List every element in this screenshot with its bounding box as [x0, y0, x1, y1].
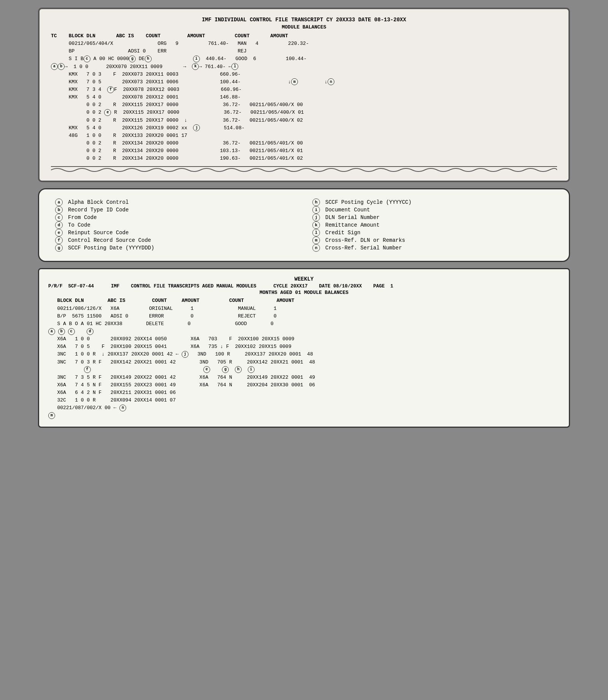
- legend-label-e: Reinput Source Code: [68, 230, 129, 236]
- circle-m: m: [291, 78, 298, 85]
- bottom-title: P/R/F SCF-07-44 IMF CONTROL FILE TRANSCR…: [48, 284, 560, 289]
- weekly-label: WEEKLY: [48, 276, 560, 282]
- b-line-2: B/P 5675 11500 ADSI 0 ERROR 0 REJECT 0: [48, 313, 560, 320]
- legend-circle-e: e: [55, 229, 63, 237]
- line-3: S I Bc A 00 HC 0000g DEh i 440.64- GOOD …: [51, 55, 557, 63]
- legend-right: h SCCF Posting Cycle (YYYYCC) i Document…: [312, 198, 554, 252]
- legend-label-c: From Code: [68, 214, 97, 221]
- line-13: 48G 1 0 0 R 20XX133 20XX20 0001 17: [51, 132, 557, 140]
- b-line-10: X6A 7 4 5 N F 20XX155 20XX23 0001 49 X6A…: [48, 381, 560, 389]
- legend-label-d: To Code: [68, 222, 90, 228]
- b-line-11: X6A 6 4 2 N F 20XX211 20XX31 0001 06: [48, 389, 560, 397]
- circle-a: a: [51, 63, 58, 70]
- legend-label-m: Cross-Ref. DLN or Remarks: [325, 237, 405, 243]
- line-11: 0 0 2 R 20XX115 20XX17 0000 ↓ 36.72- 002…: [51, 117, 557, 124]
- b-line-7: 3NC 1 0 0 R ↓ 20XX137 20XX20 0001 42 ← j…: [48, 351, 560, 358]
- line-14: 0 0 2 R 20XX134 20XX20 0000 36.72- 00211…: [51, 140, 557, 147]
- b-circle-d: d: [87, 328, 93, 335]
- circle-g: g: [129, 56, 136, 62]
- legend-circle-d: d: [55, 221, 63, 229]
- legend-circle-k: k: [312, 221, 320, 229]
- line-8: KMX 5 4 0 20XX078 20XX12 0001 146.88-: [51, 94, 557, 101]
- b-circle-g: g: [222, 366, 229, 373]
- legend-circle-n: n: [312, 244, 320, 252]
- line-2: BP ADSI 0 ERR REJ: [51, 48, 557, 55]
- legend-panel: a Alpha Block Control b Record Type ID C…: [38, 188, 570, 262]
- legend-label-h: SCCF Posting Cycle (YYYYCC): [325, 199, 412, 205]
- legend-item-m: m Cross-Ref. DLN or Remarks: [312, 237, 554, 244]
- line-7: KMX 7 3 4 fF 20XX078 20XX12 0003 660.96-: [51, 86, 557, 94]
- legend-item-b: b Record Type ID Code: [54, 206, 296, 214]
- legend-item-k: k Remittance Amount: [312, 221, 554, 229]
- legend-label-n: Cross-Ref. Serial Number: [325, 245, 402, 251]
- line-12: KMX 5 4 0 20XX126 20XX19 0002 xx j 514.0…: [51, 124, 557, 132]
- b-line-3: S A B O A 01 HC 20XX38 DELETE 0 GOOD 0: [48, 320, 560, 328]
- legend-left: a Alpha Block Control b Record Type ID C…: [54, 198, 296, 252]
- b-line-13: 00221/087/002/X 00 ← n: [48, 404, 560, 412]
- circle-c: c: [84, 56, 90, 62]
- line-9: 0 0 2 R 20XX115 20XX17 0000 36.72- 00211…: [51, 101, 557, 109]
- legend-item-l: l Credit Sign: [312, 229, 554, 237]
- legend-label-g: SCCF Posting Date (YYYYDDD): [68, 245, 154, 251]
- legend-circle-j: j: [312, 214, 320, 221]
- circle-i: i: [193, 56, 200, 62]
- b-line-8: 3NC 7 0 3 R F 20XX142 20XX21 0001 42 3ND…: [48, 359, 560, 366]
- legend-circle-c: c: [55, 214, 63, 221]
- legend-item-d: d To Code: [54, 221, 296, 229]
- top-panel: IMF INDIVIDUAL CONTROL FILE TRANSCRIPT C…: [38, 8, 570, 182]
- b-circle-a: a: [48, 328, 55, 335]
- b-circle-b: b: [58, 328, 65, 335]
- top-panel-subtitle: MODULE BALANCES: [51, 24, 557, 30]
- legend-grid: a Alpha Block Control b Record Type ID C…: [54, 198, 554, 252]
- legend-item-i: i Document Count: [312, 206, 554, 214]
- b-line-9: 3NC 7 3 5 R F 20XX149 20XX22 0001 42 X6A…: [48, 374, 560, 381]
- legend-label-k: Remittance Amount: [325, 222, 380, 228]
- b-line-4: a b c d: [48, 328, 560, 335]
- b-circle-e: e: [203, 366, 210, 373]
- b-line-1: 00211/086/126/X X6A ORIGINAL 1 MANUAL 1: [48, 305, 560, 313]
- b-circle-h: h: [235, 366, 242, 373]
- legend-circle-h: h: [312, 198, 320, 206]
- circle-n: n: [328, 78, 334, 85]
- circle-l: l: [231, 63, 238, 70]
- legend-circle-g: g: [55, 244, 63, 252]
- circle-k: k: [192, 63, 199, 70]
- b-circle-j: j: [182, 351, 188, 358]
- b-line-12: 32C 1 0 0 R 20XX094 20XX14 0001 07: [48, 397, 560, 404]
- top-panel-title: IMF INDIVIDUAL CONTROL FILE TRANSCRIPT C…: [51, 17, 557, 23]
- line-15: 0 0 2 R 20XX134 20XX20 0000 103.13- 0021…: [51, 147, 557, 155]
- line-16: 0 0 2 R 20XX134 20XX20 0000 190.63- 0021…: [51, 155, 557, 162]
- b-circle-c: c: [68, 328, 75, 335]
- line-1: 00212/065/404/X ORG 9 761.40- MAN 4 220.…: [51, 40, 557, 48]
- legend-circle-i: i: [312, 206, 320, 214]
- bottom-header: BLOCK DLN ABC IS COUNT AMOUNT COUNT AMOU…: [48, 297, 560, 305]
- legend-label-f: Control Record Source Code: [68, 237, 151, 243]
- b-line-f: f e g h i: [48, 366, 560, 374]
- legend-circle-l: l: [312, 229, 320, 237]
- bottom-panel: WEEKLY P/R/F SCF-07-44 IMF CONTROL FILE …: [38, 268, 570, 427]
- legend-circle-a: a: [55, 198, 63, 206]
- legend-item-a: a Alpha Block Control: [54, 198, 296, 206]
- b-circle-f: f: [84, 366, 91, 373]
- b-line-6: X6A 7 0 5 F 20XX100 20XX15 0041 X6A 735 …: [48, 343, 560, 351]
- legend-item-e: e Reinput Source Code: [54, 229, 296, 237]
- b-circle-m-row: m: [48, 412, 560, 420]
- circle-e: e: [104, 109, 111, 116]
- circle-b: b: [58, 63, 65, 70]
- circle-j: j: [193, 124, 200, 131]
- legend-item-g: g SCCF Posting Date (YYYYDDD): [54, 244, 296, 252]
- b-circle-i: i: [248, 366, 255, 373]
- circle-h: h: [145, 56, 152, 62]
- transcript-header: TC BLOCK DLN ABC IS COUNT AMOUNT COUNT A…: [51, 32, 557, 40]
- line-4: ab→ 1 0 0 20XX070 20XX11 0009 → k→ 761.4…: [51, 63, 557, 71]
- legend-label-a: Alpha Block Control: [68, 199, 129, 205]
- legend-label-i: Document Count: [325, 207, 370, 213]
- bottom-subtitle: MONTHS AGED 01 MODULE BALANCES: [48, 290, 560, 295]
- legend-item-n: n Cross-Ref. Serial Number: [312, 244, 554, 252]
- legend-item-f: f Control Record Source Code: [54, 237, 296, 244]
- legend-label-j: DLN Serial Number: [325, 214, 380, 221]
- circle-f: f: [107, 86, 114, 93]
- legend-label-b: Record Type ID Code: [68, 207, 129, 213]
- line-10: 0 0 2 e R 20XX115 20XX17 0000 36.72- 002…: [51, 109, 557, 116]
- legend-item-h: h SCCF Posting Cycle (YYYYCC): [312, 198, 554, 206]
